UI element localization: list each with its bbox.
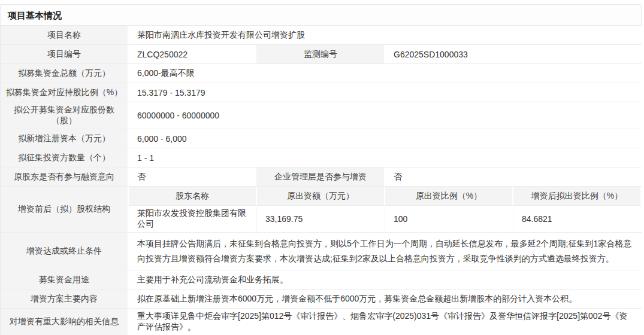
- major-impact-info-label: 对增资有重大影响的相关信息: [1, 309, 129, 335]
- management-participation-value: 否: [385, 168, 642, 187]
- row-project-code: 项目编号 ZLCQ250022 监测编号 G62025SD1000033: [1, 45, 642, 64]
- row-equity-structure-header: 增资前后（拟）股权结构 股东名称 原出资额（万元） 原出资比例（%） 增资后拟出…: [1, 187, 642, 206]
- holding-ratio-label: 拟募集资金对应持股比例（%）: [1, 83, 129, 102]
- equity-original-amount: 33,169.75: [257, 206, 385, 233]
- row-share-count: 拟公开募集资金对应股份数（股） 60000000 - 60000000: [1, 102, 642, 129]
- completion-conditions-value: 本项目挂牌公告期满后，未征集到合格意向投资方，则以5个工作日为一个周期，自动延长…: [129, 233, 642, 270]
- project-basic-info-panel: 项目基本情况 项目名称 莱阳市南泗庄水库投资开发有限公司增资扩股 项目编号 ZL…: [0, 4, 642, 335]
- row-holding-ratio: 拟募集资金对应持股比例（%） 15.3179 - 15.3179: [1, 83, 642, 102]
- row-major-impact-info: 对增资有重大影响的相关信息 重大事项详见鲁中炬会审字[2025]第012号《审计…: [1, 309, 642, 335]
- equity-col-original-ratio: 原出资比例（%）: [385, 187, 513, 206]
- new-registered-capital-label: 拟新增注册资本（万元）: [1, 129, 129, 148]
- project-code-label: 项目编号: [1, 45, 129, 64]
- funding-total-value: 6,000-最高不限: [129, 64, 642, 83]
- project-name-label: 项目名称: [1, 26, 129, 45]
- holding-ratio-value: 15.3179 - 15.3179: [129, 83, 642, 102]
- equity-col-shareholder-name: 股东名称: [129, 187, 257, 206]
- row-participation-intent: 原股东是否有参与融资意向 否 企业管理层是否参与增资 否: [1, 168, 642, 187]
- plan-main-content-value: 拟在原基础上新增注册资本6000万元，增资金额不低于6000万元，募集资金总金额…: [129, 290, 642, 309]
- equity-col-original-amount: 原出资额（万元）: [257, 187, 385, 206]
- equity-original-ratio: 100: [385, 206, 513, 233]
- major-impact-info-value: 重大事项详见鲁中炬会审字[2025]第012号《审计报告》、烟鲁宏审字(2025…: [129, 309, 642, 335]
- project-code-value: ZLCQ250022: [129, 45, 257, 64]
- management-participation-label: 企业管理层是否参与增资: [257, 168, 385, 187]
- monitor-code-value: G62025SD1000033: [385, 45, 642, 64]
- project-info-table: 项目名称 莱阳市南泗庄水库投资开发有限公司增资扩股 项目编号 ZLCQ25002…: [1, 26, 642, 335]
- equity-shareholder-name: 莱阳市农发投资控股集团有限公司: [129, 206, 257, 233]
- equity-col-post-ratio: 增资后拟出资比例（%）: [513, 187, 642, 206]
- fund-usage-label: 募集资金用途: [1, 270, 129, 290]
- row-plan-main-content: 增资方案主要内容 拟在原基础上新增注册资本6000万元，增资金额不低于6000万…: [1, 290, 642, 309]
- funding-total-label: 拟募集资金总额（万元）: [1, 64, 129, 83]
- project-name-value: 莱阳市南泗庄水库投资开发有限公司增资扩股: [129, 26, 642, 45]
- completion-conditions-label: 增资达成或终止条件: [1, 233, 129, 270]
- row-completion-conditions: 增资达成或终止条件 本项目挂牌公告期满后，未征集到合格意向投资方，则以5个工作日…: [1, 233, 642, 270]
- fund-usage-value: 主要用于补充公司流动资金和业务拓展。: [129, 270, 642, 290]
- share-count-label: 拟公开募集资金对应股份数（股）: [1, 102, 129, 129]
- new-registered-capital-value: 6,000 - 6,000: [129, 129, 642, 148]
- row-new-registered-capital: 拟新增注册资本（万元） 6,000 - 6,000: [1, 129, 642, 148]
- equity-post-ratio: 84.6821: [513, 206, 642, 233]
- investor-quantity-label: 拟征集投资方数量（个）: [1, 148, 129, 168]
- equity-structure-label: 增资前后（拟）股权结构: [1, 187, 129, 233]
- original-shareholder-intent-label: 原股东是否有参与融资意向: [1, 168, 129, 187]
- plan-main-content-label: 增资方案主要内容: [1, 290, 129, 309]
- row-investor-quantity: 拟征集投资方数量（个） 1 - 1: [1, 148, 642, 168]
- share-count-value: 60000000 - 60000000: [129, 102, 642, 129]
- section-title: 项目基本情况: [1, 5, 641, 26]
- row-fund-usage: 募集资金用途 主要用于补充公司流动资金和业务拓展。: [1, 270, 642, 290]
- row-project-name: 项目名称 莱阳市南泗庄水库投资开发有限公司增资扩股: [1, 26, 642, 45]
- row-funding-total: 拟募集资金总额（万元） 6,000-最高不限: [1, 64, 642, 83]
- investor-quantity-value: 1 - 1: [129, 148, 642, 168]
- monitor-code-label: 监测编号: [257, 45, 385, 64]
- original-shareholder-intent-value: 否: [129, 168, 257, 187]
